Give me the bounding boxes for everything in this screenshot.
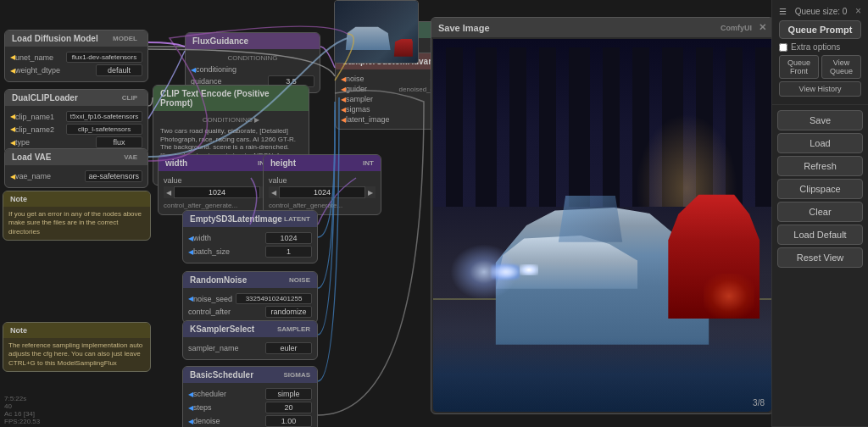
clipspace-button[interactable]: Clipspace: [777, 179, 863, 199]
car-image: 3/8: [433, 39, 771, 412]
dual-clip-body: ◀ clip_name1 t5xxl_fp16-safetensors ◀ cl…: [5, 106, 147, 153]
ksampler-select-header: KSamplerSelect SAMPLER: [183, 321, 317, 337]
random-noise-title: RandomNoise: [190, 275, 247, 285]
basic-scheduler-title: BasicScheduler: [190, 370, 253, 380]
note2-node: Note The reference sampling implementati…: [3, 322, 151, 372]
dual-clip-node: DualCLIPLoader CLIP ◀ clip_name1 t5xxl_f…: [4, 89, 148, 154]
queue-section: ☰ Queue size: 0 × Queue Prompt Extra opt…: [772, 0, 868, 105]
clip-text-title: CLIP Text Encode (Positive Prompt): [160, 89, 302, 108]
dual-clip-title: DualCLIPLoader: [12, 93, 78, 103]
note2-header: Note: [3, 323, 150, 338]
save-image-node: Save Image ComfyUI ✕: [431, 17, 771, 414]
queue-controls-row: Queue Front View Queue: [779, 55, 861, 79]
load-diffusion-node: Load Diffusion Model MODEL ◀ unet_name f…: [4, 30, 148, 82]
random-noise-body: ◀ noise_seed 332549102401255 control_aft…: [183, 288, 317, 323]
view-history-button[interactable]: View History: [779, 81, 861, 97]
position-display: Ac 16 [34]: [4, 410, 148, 418]
note2-title: Note: [10, 326, 27, 335]
note1-title: Note: [10, 195, 27, 203]
time-display: 7:5:22s: [4, 395, 148, 402]
ground-reflection: [433, 337, 771, 412]
width-decrement[interactable]: ◀: [164, 186, 174, 198]
empty-latent-title: EmptySD3LatentImage: [190, 214, 282, 224]
extra-options-row: Extra options: [779, 42, 861, 52]
preview-thumbnail: [334, 0, 419, 64]
width-body: value ◀ 1024 ▶ control_after_generate...: [159, 171, 275, 214]
reset-view-button[interactable]: Reset View: [777, 247, 863, 268]
queue-icon: ☰: [779, 7, 787, 16]
height-header: height INT: [264, 155, 381, 171]
width-title: width: [165, 158, 187, 168]
load-diffusion-body: ◀ unet_name flux1-dev-safetensors ◀ weig…: [5, 47, 147, 81]
headlight-right: [520, 264, 538, 275]
width-node: width INT value ◀ 1024 ▶ control_after_g…: [158, 154, 276, 215]
save-button[interactable]: Save: [777, 110, 863, 130]
canvas-area[interactable]: Load Diffusion Model MODEL ◀ unet_name f…: [0, 0, 771, 427]
status-bar: 7:5:22s 40 Ac 16 [34] FPS:220.53: [0, 393, 153, 427]
empty-latent-node: EmptySD3LatentImage LATENT ◀ width 1024 …: [182, 210, 318, 263]
load-default-button[interactable]: Load Default: [777, 225, 863, 245]
width-header: width INT: [159, 155, 275, 171]
random-noise-header: RandomNoise NOISE: [183, 272, 317, 288]
basic-scheduler-body: ◀ scheduler simple ◀ steps 20 ◀ denoise …: [183, 383, 317, 427]
view-queue-button[interactable]: View Queue: [821, 55, 861, 79]
note1-node: Note If you get an error in any of the n…: [3, 191, 151, 241]
note1-content: If you get an error in any of the nodes …: [8, 210, 142, 236]
note2-body: The reference sampling implementation au…: [3, 338, 150, 371]
fps-display: FPS:220.53: [4, 418, 148, 425]
queue-size-label: Queue size: 0: [795, 7, 848, 16]
height-increment[interactable]: ▶: [365, 186, 376, 198]
basic-scheduler-node: BasicScheduler SIGMAS ◀ scheduler simple…: [182, 366, 318, 427]
close-save-image-btn[interactable]: ✕: [759, 22, 766, 33]
actions-section: Save Load Refresh Clipspace Clear Load D…: [772, 105, 868, 427]
clip-text-header: CLIP Text Encode (Positive Prompt): [153, 86, 309, 111]
refresh-button[interactable]: Refresh: [777, 156, 863, 176]
ksampler-select-body: sampler_name euler: [183, 337, 317, 359]
flux-guidance-title: FluxGuidance: [192, 36, 248, 46]
save-image-header: Save Image ComfyUI ✕: [431, 18, 771, 37]
load-vae-body: ◀ vae_name ae-safetensors: [5, 165, 147, 187]
height-node: height INT value ◀ 1024 ▶ control_after_…: [263, 154, 381, 215]
weight-row: ◀ weight_dtype default: [10, 64, 142, 76]
random-noise-node: RandomNoise NOISE ◀ noise_seed 332549102…: [182, 271, 318, 324]
dual-clip-header: DualCLIPLoader CLIP: [5, 90, 147, 106]
view-history-row: View History: [779, 81, 861, 97]
headlight-left: [491, 264, 520, 280]
height-title: height: [270, 158, 296, 168]
ksampler-select-node: KSamplerSelect SAMPLER sampler_name eule…: [182, 320, 318, 360]
step-display: 40: [4, 402, 148, 410]
queue-prompt-button[interactable]: Queue Prompt: [779, 20, 861, 39]
image-counter: 3/8: [753, 398, 765, 408]
queue-header: ☰ Queue size: 0 ×: [779, 5, 861, 17]
load-diffusion-header: Load Diffusion Model MODEL: [5, 30, 147, 47]
save-image-body: 3/8: [431, 37, 771, 413]
ksampler-select-title: KSamplerSelect: [190, 324, 254, 334]
height-decrement[interactable]: ◀: [269, 186, 279, 198]
basic-scheduler-header: BasicScheduler SIGMAS: [183, 367, 317, 383]
note1-body: If you get an error in any of the nodes …: [3, 207, 150, 240]
load-button[interactable]: Load: [777, 133, 863, 153]
note2-content: The reference sampling implementation au…: [8, 341, 142, 367]
car-windshield: [555, 196, 626, 242]
load-vae-header: Load VAE VAE: [5, 149, 147, 165]
flux-guidance-header: FluxGuidance: [186, 33, 320, 49]
save-image-canvas: 3/8: [433, 39, 771, 412]
height-body: value ◀ 1024 ▶ control_after_generate...: [264, 171, 381, 214]
load-vae-node: Load VAE VAE ◀ vae_name ae-safetensors: [4, 148, 148, 188]
empty-latent-body: ◀ width 1024 ◀ batch_size 1: [183, 227, 317, 263]
load-vae-title: Load VAE: [12, 152, 51, 162]
right-panel: ☰ Queue size: 0 × Queue Prompt Extra opt…: [771, 0, 868, 427]
extra-options-label: Extra options: [791, 42, 840, 52]
queue-front-button[interactable]: Queue Front: [779, 55, 819, 79]
queue-close-btn[interactable]: ×: [855, 5, 861, 17]
model-row: ◀ unet_name flux1-dev-safetensors: [10, 52, 142, 63]
note1-header: Note: [3, 191, 150, 207]
extra-options-checkbox[interactable]: [779, 43, 787, 52]
filename-prefix: ComfyUI: [721, 24, 752, 32]
empty-latent-header: EmptySD3LatentImage LATENT: [183, 211, 317, 227]
load-diffusion-title: Load Diffusion Model: [12, 34, 98, 43]
clear-button[interactable]: Clear: [777, 202, 863, 222]
save-image-title: Save Image: [438, 23, 490, 33]
